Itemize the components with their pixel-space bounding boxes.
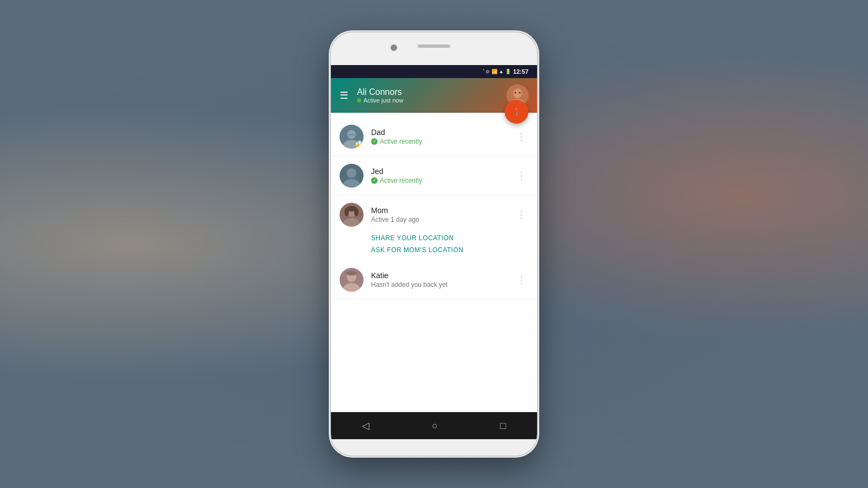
contact-item-katie[interactable]: Katie Hasn't added you back yet ⋮ [331,260,537,299]
app-bar-status: Active just now [363,97,403,104]
phone-camera [391,44,397,51]
avatar-dad: 🔒 [340,125,363,149]
app-bar-subtitle: Active just now [357,97,403,104]
contact-status-text-jed: Active recently [380,177,422,184]
contact-item-dad[interactable]: 🔒 Dad ✓ Active recently ⋮ [331,117,537,156]
contact-item-mom[interactable]: Mom Active 1 day ago ⋮ [331,195,537,234]
active-dot-icon [357,98,361,102]
contact-info-katie: Katie Hasn't added you back yet [371,271,514,288]
app-bar: ☰ Ali Connors Active just now [331,78,537,113]
svg-point-3 [515,92,516,94]
contact-status-katie: Hasn't added you back yet [371,281,514,288]
phone-screen: ʿ ⊘ 📶 ▲ 🔋 12:57 ☰ Ali Connors Active jus… [331,65,537,439]
nav-recent-button[interactable]: □ [492,416,515,436]
contact-name-katie: Katie [371,271,514,280]
fab-button[interactable]: 📍 [505,100,528,124]
svg-point-16 [344,208,349,216]
svg-point-17 [354,208,359,216]
status-time: 12:57 [513,68,528,75]
svg-point-4 [519,92,521,94]
contact-item-jed[interactable]: Jed ✓ Active recently ⋮ [331,156,537,195]
contact-status-dad: ✓ Active recently [371,138,514,145]
status-check-jed: ✓ [371,177,378,184]
contact-status-text-katie: Hasn't added you back yet [371,281,448,288]
contact-info-mom: Mom Active 1 day ago [371,206,514,223]
avatar-jed [340,164,363,188]
phone-speaker [418,44,450,48]
svg-rect-8 [348,134,355,136]
mom-action-links: SHARE YOUR LOCATION ASK FOR MOM'S LOCATI… [331,234,537,260]
avatar-katie [340,268,363,292]
contact-status-mom: Active 1 day ago [371,216,514,223]
contact-status-jed: ✓ Active recently [371,177,514,184]
svg-point-10 [347,168,356,178]
nav-home-button[interactable]: ○ [423,416,446,436]
location-icon: 📍 [512,107,521,116]
share-location-link[interactable]: SHARE YOUR LOCATION [371,234,528,242]
bluetooth-icon: ʿ ⊘ 📶 ▲ 🔋 [483,69,511,74]
menu-icon[interactable]: ☰ [340,89,348,101]
nav-back-button[interactable]: ◁ [353,415,378,436]
contact-name-jed: Jed [371,167,514,176]
contact-info-jed: Jed ✓ Active recently [371,167,514,184]
status-bar: ʿ ⊘ 📶 ▲ 🔋 12:57 [331,65,537,78]
phone-top-bezel [331,33,537,65]
bottom-nav: ◁ ○ □ [331,412,537,439]
more-options-mom[interactable]: ⋮ [514,207,528,223]
svg-point-21 [346,271,357,275]
status-check-dad: ✓ [371,138,378,145]
more-options-katie[interactable]: ⋮ [514,272,528,288]
app-bar-title-group: Ali Connors Active just now [357,87,403,104]
status-icons: ʿ ⊘ 📶 ▲ 🔋 12:57 [483,68,528,75]
svg-point-1 [513,88,522,98]
contact-name-dad: Dad [371,128,514,137]
contact-name-mom: Mom [371,206,514,215]
contact-status-text-mom: Active 1 day ago [371,216,419,223]
app-bar-title: Ali Connors [357,87,403,97]
lock-badge: 🔒 [356,141,363,149]
ask-location-link[interactable]: ASK FOR MOM'S LOCATION [371,246,528,254]
contact-info-dad: Dad ✓ Active recently [371,128,514,145]
contact-status-text-dad: Active recently [380,138,422,145]
avatar-mom [340,203,363,227]
phone-bottom-bezel [331,439,537,455]
app-bar-left: ☰ Ali Connors Active just now [340,87,403,104]
contact-list: 🔒 Dad ✓ Active recently ⋮ [331,113,537,412]
phone-shell: ʿ ⊘ 📶 ▲ 🔋 12:57 ☰ Ali Connors Active jus… [331,33,537,455]
more-options-dad[interactable]: ⋮ [514,129,528,145]
more-options-jed[interactable]: ⋮ [514,168,528,184]
